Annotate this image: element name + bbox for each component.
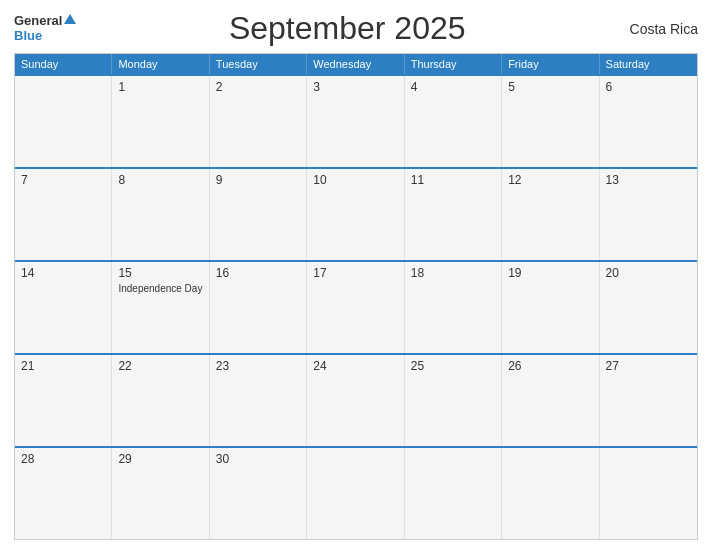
header-monday: Monday <box>112 54 209 74</box>
day-cell: 22 <box>112 355 209 446</box>
day-cell: 25 <box>405 355 502 446</box>
day-cell: 10 <box>307 169 404 260</box>
week-row-2: 7 8 9 10 11 12 13 <box>15 167 697 260</box>
week-row-3: 14 15 Independence Day 16 17 18 19 20 <box>15 260 697 353</box>
header-sunday: Sunday <box>15 54 112 74</box>
day-cell: 7 <box>15 169 112 260</box>
day-cell: 9 <box>210 169 307 260</box>
day-cell: 20 <box>600 262 697 353</box>
day-cell: 8 <box>112 169 209 260</box>
day-cell <box>600 448 697 539</box>
header-tuesday: Tuesday <box>210 54 307 74</box>
day-cell: 30 <box>210 448 307 539</box>
day-cell <box>502 448 599 539</box>
day-cell: 14 <box>15 262 112 353</box>
day-cell <box>405 448 502 539</box>
day-cell: 27 <box>600 355 697 446</box>
day-cell: 2 <box>210 76 307 167</box>
logo-general-text: General <box>14 14 62 28</box>
day-cell: 3 <box>307 76 404 167</box>
day-headers-row: Sunday Monday Tuesday Wednesday Thursday… <box>15 54 697 74</box>
day-cell: 12 <box>502 169 599 260</box>
day-cell: 23 <box>210 355 307 446</box>
month-title: September 2025 <box>76 10 618 47</box>
day-cell: 11 <box>405 169 502 260</box>
day-cell-independence: 15 Independence Day <box>112 262 209 353</box>
day-cell <box>307 448 404 539</box>
week-row-1: 1 2 3 4 5 6 <box>15 74 697 167</box>
weeks-container: 1 2 3 4 5 6 7 8 9 10 11 12 13 14 <box>15 74 697 539</box>
calendar-page: General Blue September 2025 Costa Rica S… <box>0 0 712 550</box>
day-cell: 18 <box>405 262 502 353</box>
day-cell: 24 <box>307 355 404 446</box>
logo: General Blue <box>14 14 76 43</box>
day-cell: 6 <box>600 76 697 167</box>
country-label: Costa Rica <box>618 21 698 37</box>
day-cell: 26 <box>502 355 599 446</box>
day-cell: 29 <box>112 448 209 539</box>
day-cell: 4 <box>405 76 502 167</box>
logo-blue-text: Blue <box>14 29 42 43</box>
header: General Blue September 2025 Costa Rica <box>14 10 698 47</box>
calendar-grid: Sunday Monday Tuesday Wednesday Thursday… <box>14 53 698 540</box>
week-row-5: 28 29 30 <box>15 446 697 539</box>
day-cell: 19 <box>502 262 599 353</box>
header-wednesday: Wednesday <box>307 54 404 74</box>
logo-triangle-icon <box>64 14 76 24</box>
day-cell: 16 <box>210 262 307 353</box>
day-cell: 5 <box>502 76 599 167</box>
day-cell: 28 <box>15 448 112 539</box>
day-cell: 1 <box>112 76 209 167</box>
header-saturday: Saturday <box>600 54 697 74</box>
header-friday: Friday <box>502 54 599 74</box>
header-thursday: Thursday <box>405 54 502 74</box>
day-cell: 13 <box>600 169 697 260</box>
day-cell: 17 <box>307 262 404 353</box>
day-cell: 21 <box>15 355 112 446</box>
week-row-4: 21 22 23 24 25 26 27 <box>15 353 697 446</box>
day-cell <box>15 76 112 167</box>
